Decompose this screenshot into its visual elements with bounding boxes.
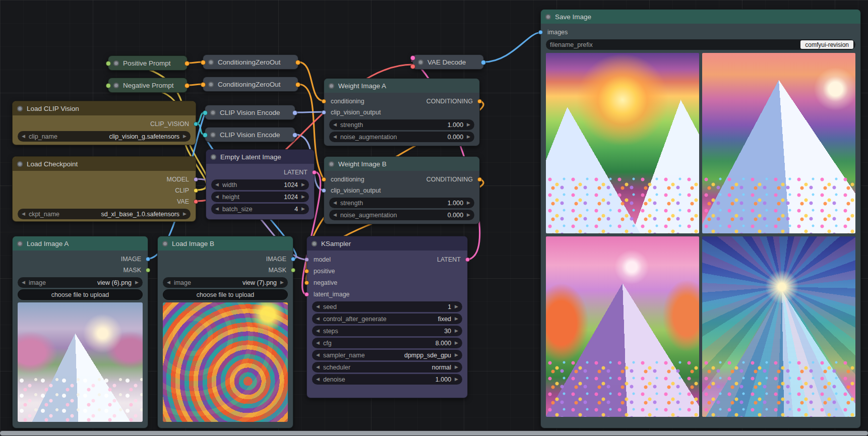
conditioning-input-dot[interactable] <box>201 60 206 65</box>
node-graph-canvas[interactable]: Positive Prompt Negative Prompt Conditio… <box>0 0 868 436</box>
denoise-widget[interactable]: ◀ denoise 1.000 ▶ <box>312 374 462 385</box>
choose-file-button[interactable]: choose file to upload <box>163 289 288 300</box>
vae-output-dot[interactable] <box>194 200 198 204</box>
node-load-checkpoint[interactable]: Load Checkpoint MODEL CLIP VAE ◀ ckpt_na… <box>12 156 196 222</box>
conditioning-output-dot[interactable] <box>184 61 190 66</box>
decrement-arrow-icon[interactable]: ◀ <box>167 280 170 285</box>
choose-file-button[interactable]: choose file to upload <box>18 289 143 300</box>
latent-output-dot[interactable] <box>465 257 470 262</box>
vae-input-dot[interactable] <box>410 64 415 69</box>
collapse-dot-icon[interactable] <box>17 161 23 167</box>
increment-arrow-icon[interactable]: ▶ <box>135 280 139 285</box>
node-header[interactable]: Empty Latent Image <box>206 150 314 164</box>
output-slot-vae[interactable]: VAE <box>13 196 196 207</box>
node-negative-prompt[interactable]: Negative Prompt <box>108 78 188 93</box>
increment-arrow-icon[interactable]: ▶ <box>183 134 187 139</box>
image-file-widget[interactable]: ◀ image view (7).png ▶ <box>163 277 288 288</box>
collapse-dot-icon[interactable] <box>545 14 551 20</box>
decrement-arrow-icon[interactable]: ◀ <box>316 317 320 321</box>
generated-image-4[interactable] <box>702 236 855 417</box>
output-slot-image[interactable]: IMAGE <box>13 254 148 265</box>
model-input-dot[interactable] <box>304 257 309 262</box>
increment-arrow-icon[interactable]: ▶ <box>455 329 458 333</box>
node-vae-decode[interactable]: VAE Decode <box>412 54 484 70</box>
output-slot-mask[interactable]: MASK <box>13 265 148 276</box>
decrement-arrow-icon[interactable]: ◀ <box>215 195 219 199</box>
decrement-arrow-icon[interactable]: ◀ <box>316 353 320 357</box>
image-output-dot[interactable] <box>481 60 486 65</box>
clip-input-dot[interactable] <box>106 83 111 88</box>
slot-row-conditioning[interactable]: conditioning CONDITIONING <box>324 174 479 185</box>
decrement-arrow-icon[interactable]: ◀ <box>333 213 337 217</box>
decrement-arrow-icon[interactable]: ◀ <box>316 341 320 345</box>
clip-vision-output-input-dot[interactable] <box>322 110 326 115</box>
decrement-arrow-icon[interactable]: ◀ <box>316 365 320 369</box>
increment-arrow-icon[interactable]: ▶ <box>467 122 470 127</box>
increment-arrow-icon[interactable]: ▶ <box>301 195 305 199</box>
decrement-arrow-icon[interactable]: ◀ <box>333 135 337 139</box>
increment-arrow-icon[interactable]: ▶ <box>455 341 458 345</box>
clip-name-widget[interactable]: ◀ clip_name clip_vision_g.safetensors ▶ <box>18 131 191 142</box>
clip-vision-output-input-dot[interactable] <box>322 189 326 193</box>
slot-row-model[interactable]: model LATENT <box>307 254 467 265</box>
noise-augmentation-widget[interactable]: ◀ noise_augmentation 0.000 ▶ <box>329 210 474 220</box>
steps-widget[interactable]: ◀ steps 30 ▶ <box>312 326 462 336</box>
node-load-image-a[interactable]: Load Image A IMAGE MASK ◀ image view (6)… <box>12 236 148 428</box>
increment-arrow-icon[interactable]: ▶ <box>280 280 284 285</box>
collapse-dot-icon[interactable] <box>208 59 214 65</box>
node-clip-vision-encode-1[interactable]: CLIP Vision Encode <box>205 105 295 120</box>
increment-arrow-icon[interactable]: ▶ <box>467 201 470 205</box>
collapse-dot-icon[interactable] <box>329 83 334 89</box>
samples-input-dot[interactable] <box>410 55 415 60</box>
control-after-generate-widget[interactable]: ◀ control_after_generate fixed ▶ <box>312 314 462 324</box>
batch-size-widget[interactable]: ◀ batch_size 4 ▶ <box>211 204 309 214</box>
node-header[interactable]: KSampler <box>307 236 467 251</box>
image-output-dot[interactable] <box>291 257 295 262</box>
increment-arrow-icon[interactable]: ▶ <box>455 353 458 357</box>
node-load-clip-vision[interactable]: Load CLIP Vision CLIP_VISION ◀ clip_name… <box>12 101 196 145</box>
model-output-dot[interactable] <box>194 177 198 182</box>
width-widget[interactable]: ◀ width 1024 ▶ <box>211 179 309 190</box>
latent-image-input-dot[interactable] <box>304 292 309 296</box>
increment-arrow-icon[interactable]: ▶ <box>467 135 470 139</box>
node-header[interactable]: Weight Image B <box>324 157 479 171</box>
input-slot-latent-image[interactable]: latent_image <box>307 288 467 300</box>
decrement-arrow-icon[interactable]: ◀ <box>215 207 219 211</box>
collapse-dot-icon[interactable] <box>312 241 317 246</box>
node-positive-prompt[interactable]: Positive Prompt <box>108 55 188 71</box>
increment-arrow-icon[interactable]: ▶ <box>455 317 458 321</box>
decrement-arrow-icon[interactable]: ◀ <box>333 122 337 127</box>
node-weight-image-b[interactable]: Weight Image B conditioning CONDITIONING… <box>324 156 480 224</box>
image-preview-a[interactable] <box>18 302 143 422</box>
input-slot-negative[interactable]: negative <box>307 277 467 288</box>
image-preview-b[interactable] <box>163 302 288 422</box>
ckpt-name-widget[interactable]: ◀ ckpt_name sd_xl_base_1.0.safetensors ▶ <box>18 209 191 219</box>
output-slot-clip[interactable]: CLIP <box>13 185 196 196</box>
sampler-name-widget[interactable]: ◀ sampler_name dpmpp_sde_gpu ▶ <box>312 350 462 360</box>
increment-arrow-icon[interactable]: ▶ <box>455 304 458 309</box>
increment-arrow-icon[interactable]: ▶ <box>183 212 187 216</box>
conditioning-input-dot[interactable] <box>322 99 326 104</box>
strength-widget[interactable]: ◀ strength 1.000 ▶ <box>329 198 474 208</box>
output-slot-latent[interactable]: LATENT <box>206 167 314 178</box>
clip-output-dot[interactable] <box>194 189 198 193</box>
horizontal-scrollbar[interactable] <box>0 430 868 436</box>
node-save-image[interactable]: Save Image images filename_prefix comfyu… <box>540 9 861 428</box>
decrement-arrow-icon[interactable]: ◀ <box>22 212 25 216</box>
collapse-dot-icon[interactable] <box>329 161 334 167</box>
node-header[interactable]: Weight Image A <box>324 79 479 93</box>
node-header[interactable]: Load Image A <box>13 236 148 251</box>
image-output-dot[interactable] <box>146 257 150 262</box>
node-header[interactable]: Load CLIP Vision <box>13 101 196 115</box>
height-widget[interactable]: ◀ height 1024 ▶ <box>211 192 309 202</box>
node-load-image-b[interactable]: Load Image B IMAGE MASK ◀ image view (7)… <box>157 236 293 428</box>
node-header[interactable]: Save Image <box>541 10 860 24</box>
increment-arrow-icon[interactable]: ▶ <box>467 213 470 217</box>
decrement-arrow-icon[interactable]: ◀ <box>316 377 320 382</box>
generated-image-3[interactable] <box>546 236 699 417</box>
decrement-arrow-icon[interactable]: ◀ <box>22 134 25 139</box>
conditioning-output-dot[interactable] <box>295 82 300 87</box>
output-slot-model[interactable]: MODEL <box>13 174 196 185</box>
decrement-arrow-icon[interactable]: ◀ <box>316 329 320 333</box>
output-slot-clip-vision[interactable]: CLIP_VISION <box>13 118 196 130</box>
